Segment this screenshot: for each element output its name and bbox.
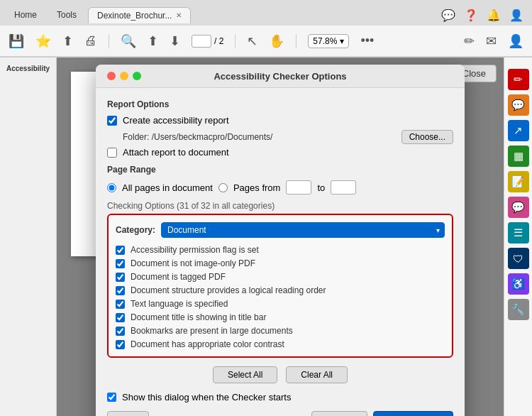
tab-active-label: Dexinote_Brochur...: [97, 11, 172, 21]
prev-page-icon[interactable]: ⬆: [148, 33, 158, 49]
check-item-7: Document has appropriate color contrast: [116, 339, 445, 349]
category-dropdown[interactable]: Document ▾: [161, 222, 445, 238]
check-item-5-label: Document title is showing in title bar: [131, 312, 266, 322]
to-label: to: [317, 182, 325, 193]
check-item-1-checkbox[interactable]: [116, 259, 125, 268]
left-sidebar: Accessibility: [0, 58, 57, 416]
tab-home[interactable]: Home: [6, 7, 45, 23]
right-sidebar-icons: ✏ 💬 ↗ ▦ 📝 💬 ☰ 🛡 ♿ 🔧: [505, 63, 532, 326]
print-icon[interactable]: 🖨: [84, 33, 97, 48]
to-page-input[interactable]: [331, 180, 356, 195]
choose-button[interactable]: Choose...: [401, 130, 453, 144]
check-item-2-label: Document is tagged PDF: [131, 272, 226, 282]
show-dialog-label: Show this dialog when the Checker starts: [122, 392, 291, 403]
zoom-out-icon[interactable]: 🔍: [121, 33, 136, 49]
zoom-value: 57.8%: [313, 36, 337, 46]
checking-options-label: Checking Options (31 of 32 in all catego…: [107, 201, 275, 211]
check-item-7-checkbox[interactable]: [116, 340, 125, 349]
modal-overlay: Accessibility Checker Options Report Opt…: [57, 58, 504, 416]
note-icon[interactable]: 📝: [508, 171, 529, 192]
tab-bar: Home Tools Dexinote_Brochur... ✕ 💬 ❓ 🔔 👤: [0, 0, 532, 26]
more-icon[interactable]: •••: [360, 33, 374, 48]
attach-report-row: Attach report to document: [107, 147, 453, 158]
check-item-5-checkbox[interactable]: [116, 313, 125, 322]
tools-icon[interactable]: 🔧: [508, 299, 529, 320]
category-select-wrapper: Document ▾: [161, 222, 445, 238]
minimize-traffic-light[interactable]: [120, 72, 128, 80]
zoom-control[interactable]: 57.8% ▾: [308, 34, 349, 48]
check-item-0-checkbox[interactable]: [116, 246, 125, 255]
attach-report-label: Attach report to document: [123, 147, 229, 158]
toolbar-divider-3: [296, 34, 297, 48]
share-icon[interactable]: ↗: [508, 120, 529, 141]
start-checking-button[interactable]: Start Checking: [373, 411, 453, 416]
accessibility-checker-modal: Accessibility Checker Options Report Opt…: [96, 65, 465, 416]
upload-icon[interactable]: ⬆: [62, 33, 73, 49]
chat-icon[interactable]: 💬: [441, 9, 455, 22]
close-traffic-light[interactable]: [107, 72, 116, 80]
check-item-3-checkbox[interactable]: [116, 286, 125, 295]
tab-icon-group: 💬 ❓ 🔔 👤: [441, 9, 526, 22]
security-icon[interactable]: 🛡: [508, 248, 529, 269]
cancel-button[interactable]: Cancel: [311, 411, 367, 416]
page-control: 1 / 2: [192, 35, 223, 48]
annotate-icon[interactable]: ✏: [464, 33, 475, 49]
edit-icon[interactable]: ✏: [508, 69, 529, 90]
footer-buttons: Help Cancel Start Checking: [107, 411, 453, 416]
select-clear-row: Select All Clear All: [107, 366, 453, 383]
help-button[interactable]: Help: [107, 411, 149, 416]
tab-tools[interactable]: Tools: [48, 7, 85, 23]
category-box: Category: Document ▾: [107, 214, 453, 358]
check-item-2: Document is tagged PDF: [116, 272, 445, 282]
toolbar-divider-1: [109, 34, 109, 48]
check-item-1-label: Document is not image-only PDF: [131, 258, 255, 268]
select-all-button[interactable]: Select All: [213, 366, 277, 383]
accessibility-icon[interactable]: ♿: [508, 273, 529, 295]
maximize-traffic-light[interactable]: [133, 72, 141, 80]
show-dialog-checkbox[interactable]: [107, 393, 116, 402]
show-dialog-row: Show this dialog when the Checker starts: [107, 392, 453, 403]
check-item-4: Text language is specified: [116, 299, 445, 309]
help-icon[interactable]: ❓: [464, 9, 478, 22]
user-avatar[interactable]: 👤: [509, 9, 523, 22]
create-report-label: Create accessibility report: [123, 115, 229, 126]
form-icon[interactable]: ☰: [508, 222, 529, 243]
comment-icon[interactable]: 💬: [508, 94, 529, 116]
check-item-6-checkbox[interactable]: [116, 327, 125, 336]
cursor-icon[interactable]: ↖: [247, 33, 257, 49]
chat-icon[interactable]: 💬: [508, 197, 529, 218]
check-item-3-label: Document structure provides a logical re…: [131, 285, 326, 295]
tab-active[interactable]: Dexinote_Brochur... ✕: [88, 7, 191, 23]
page-input[interactable]: 1: [192, 35, 211, 48]
toolbar: 💾 ⭐ ⬆ 🖨 🔍 ⬆ ⬇ 1 / 2 ↖ ✋ 57.8% ▾ ••• ✏ ✉ …: [0, 26, 532, 57]
check-item-6-label: Bookmarks are present in large documents: [131, 326, 293, 336]
pages-from-radio[interactable]: [218, 183, 228, 192]
save-icon[interactable]: 💾: [9, 33, 24, 49]
check-item-2-checkbox[interactable]: [116, 273, 125, 282]
attach-report-checkbox[interactable]: [107, 148, 117, 158]
traffic-lights: [107, 72, 141, 80]
zoom-chevron: ▾: [340, 36, 344, 46]
all-pages-label: All pages in document: [122, 182, 213, 193]
all-pages-radio[interactable]: [107, 183, 116, 192]
check-item-4-checkbox[interactable]: [116, 300, 125, 309]
hand-icon[interactable]: ✋: [269, 33, 284, 49]
check-item-6: Bookmarks are present in large documents: [116, 326, 445, 336]
mail-icon[interactable]: ✉: [486, 33, 497, 49]
share-icon[interactable]: 👤: [508, 33, 523, 49]
notification-icon[interactable]: 🔔: [487, 9, 501, 22]
page-range-row: All pages in document Pages from to: [107, 180, 453, 195]
modal-titlebar: Accessibility Checker Options: [96, 65, 465, 88]
pages-from-label: Pages from: [233, 182, 280, 193]
bookmark-icon[interactable]: ⭐: [35, 33, 51, 49]
create-report-checkbox[interactable]: [107, 116, 117, 126]
from-page-input[interactable]: [286, 180, 311, 195]
tab-close-btn[interactable]: ✕: [176, 11, 182, 19]
sidebar-title: Accessibility: [6, 65, 50, 73]
clear-all-button[interactable]: Clear All: [286, 366, 348, 383]
modal-title: Accessibility Checker Options: [214, 71, 346, 82]
pdf-area: Close Accessibility Checker Options Rep: [57, 58, 504, 416]
check-item-7-label: Document has appropriate color contrast: [131, 339, 284, 349]
table-icon[interactable]: ▦: [508, 146, 529, 167]
next-page-icon[interactable]: ⬇: [170, 33, 180, 49]
